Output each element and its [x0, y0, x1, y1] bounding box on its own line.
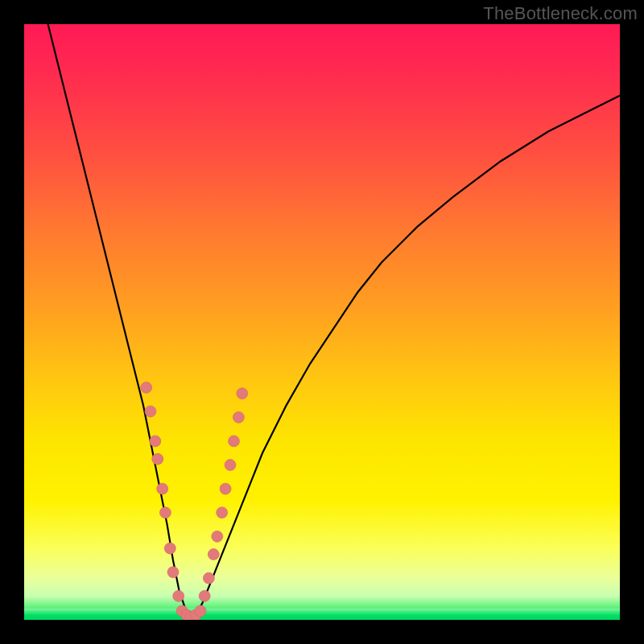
bottleneck-curve: [48, 24, 620, 620]
marker-dot: [233, 411, 244, 423]
watermark-text: TheBottleneck.com: [483, 3, 638, 24]
marker-dot: [195, 605, 206, 617]
marker-dot: [159, 507, 171, 518]
marker-dot: [217, 507, 228, 518]
marker-dot: [212, 530, 223, 542]
marker-dot: [225, 460, 236, 471]
marker-dot: [152, 453, 163, 464]
marker-dots: [141, 382, 248, 620]
marker-dot: [237, 388, 248, 399]
marker-dot: [167, 567, 179, 578]
marker-dot: [164, 543, 175, 554]
plot-area: [24, 24, 620, 620]
marker-dot: [203, 572, 214, 584]
marker-dot: [229, 436, 240, 447]
marker-dot: [141, 382, 152, 393]
curve-layer: [24, 24, 620, 620]
marker-dot: [220, 483, 231, 494]
marker-dot: [173, 590, 184, 601]
marker-dot: [145, 406, 156, 417]
marker-dot: [208, 549, 219, 560]
marker-dot: [199, 590, 210, 601]
marker-dot: [150, 436, 161, 447]
marker-dot: [157, 483, 168, 494]
chart-frame: TheBottleneck.com: [0, 0, 644, 644]
